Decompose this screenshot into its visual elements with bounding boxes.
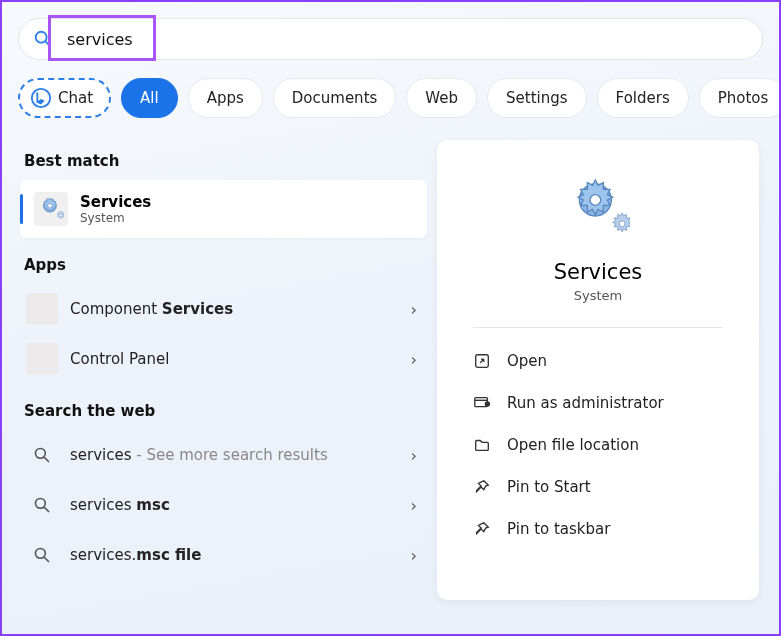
tab-all[interactable]: All bbox=[121, 78, 178, 118]
action-run-admin[interactable]: Run as administrator bbox=[473, 382, 723, 424]
search-icon bbox=[26, 489, 58, 521]
tab-photos-label: Photos bbox=[718, 89, 769, 107]
app-result-control-panel[interactable]: Control Panel › bbox=[20, 334, 427, 384]
tab-documents[interactable]: Documents bbox=[273, 78, 397, 118]
chevron-right-icon: › bbox=[411, 496, 417, 515]
tab-chat[interactable]: Chat bbox=[18, 78, 111, 118]
chevron-right-icon: › bbox=[411, 300, 417, 319]
action-pin-start-label: Pin to Start bbox=[507, 478, 591, 496]
result-label: Component Services bbox=[70, 300, 233, 318]
chevron-right-icon: › bbox=[411, 446, 417, 465]
web-result[interactable]: services - See more search results › bbox=[20, 430, 427, 480]
result-label: services.msc file bbox=[70, 546, 201, 564]
tab-web-label: Web bbox=[425, 89, 458, 107]
divider bbox=[473, 327, 723, 328]
tab-photos[interactable]: Photos bbox=[699, 78, 781, 118]
result-label: Control Panel bbox=[70, 350, 169, 368]
best-match-title: Services bbox=[80, 193, 151, 211]
app-result-component-services[interactable]: Component Services › bbox=[20, 284, 427, 334]
action-open-label: Open bbox=[507, 352, 547, 370]
search-input[interactable] bbox=[67, 30, 748, 49]
search-icon bbox=[33, 29, 53, 49]
tab-folders[interactable]: Folders bbox=[597, 78, 689, 118]
detail-column: Services System Open Run as administrato… bbox=[427, 134, 779, 634]
pin-icon bbox=[473, 520, 491, 538]
chevron-right-icon: › bbox=[411, 546, 417, 565]
services-icon-large bbox=[566, 176, 630, 240]
search-icon bbox=[26, 439, 58, 471]
chevron-right-icon: › bbox=[411, 350, 417, 369]
action-pin-start[interactable]: Pin to Start bbox=[473, 466, 723, 508]
section-best-match: Best match bbox=[24, 152, 427, 170]
detail-card: Services System Open Run as administrato… bbox=[437, 140, 759, 600]
tab-folders-label: Folders bbox=[616, 89, 670, 107]
detail-title: Services bbox=[554, 260, 643, 284]
section-apps: Apps bbox=[24, 256, 427, 274]
action-pin-taskbar-label: Pin to taskbar bbox=[507, 520, 610, 538]
tab-apps-label: Apps bbox=[207, 89, 244, 107]
tab-documents-label: Documents bbox=[292, 89, 378, 107]
shield-icon bbox=[473, 394, 491, 412]
bing-icon bbox=[30, 87, 52, 109]
tab-settings[interactable]: Settings bbox=[487, 78, 587, 118]
pin-icon bbox=[473, 478, 491, 496]
best-match-result[interactable]: Services System bbox=[20, 180, 427, 238]
tab-settings-label: Settings bbox=[506, 89, 568, 107]
open-icon bbox=[473, 352, 491, 370]
best-match-subtitle: System bbox=[80, 211, 151, 225]
detail-subtitle: System bbox=[574, 288, 622, 303]
action-pin-taskbar[interactable]: Pin to taskbar bbox=[473, 508, 723, 550]
filter-tabs: Chat All Apps Documents Web Settings Fol… bbox=[18, 78, 763, 118]
search-icon bbox=[26, 539, 58, 571]
web-result[interactable]: services msc › bbox=[20, 480, 427, 530]
action-run-admin-label: Run as administrator bbox=[507, 394, 664, 412]
tab-apps[interactable]: Apps bbox=[188, 78, 263, 118]
app-icon-placeholder bbox=[26, 293, 58, 325]
action-open[interactable]: Open bbox=[473, 340, 723, 382]
folder-icon bbox=[473, 436, 491, 454]
app-icon-placeholder bbox=[26, 343, 58, 375]
search-bar[interactable] bbox=[18, 18, 763, 60]
result-label: services msc bbox=[70, 496, 170, 514]
result-label: services - See more search results bbox=[70, 446, 328, 464]
tab-chat-label: Chat bbox=[58, 89, 93, 107]
results-column: Best match Services System Apps Componen… bbox=[2, 134, 427, 634]
detail-actions: Open Run as administrator Open file loca… bbox=[473, 340, 723, 550]
section-web: Search the web bbox=[24, 402, 427, 420]
action-open-location[interactable]: Open file location bbox=[473, 424, 723, 466]
action-open-location-label: Open file location bbox=[507, 436, 639, 454]
web-result[interactable]: services.msc file › bbox=[20, 530, 427, 580]
services-icon bbox=[34, 192, 68, 226]
tab-web[interactable]: Web bbox=[406, 78, 477, 118]
tab-all-label: All bbox=[140, 89, 159, 107]
